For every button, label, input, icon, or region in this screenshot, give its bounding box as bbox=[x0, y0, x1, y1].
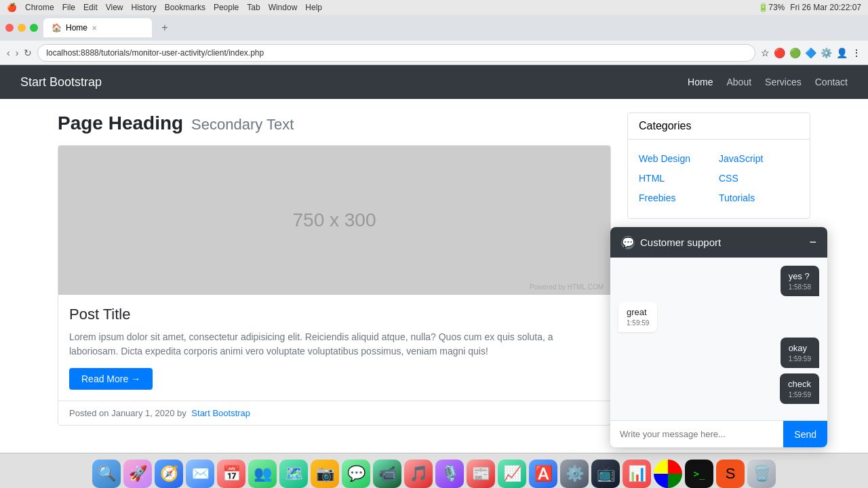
chat-minimize-button[interactable]: − bbox=[809, 235, 816, 249]
maximize-button[interactable] bbox=[30, 24, 38, 32]
main-column: Page Heading Secondary Text 750 x 300 Po… bbox=[58, 113, 611, 439]
chat-messages: yes ? 1:58:58 great 1:59:59 okay 1:59:59… bbox=[610, 258, 827, 420]
dock-news[interactable]: 📰 bbox=[467, 460, 495, 488]
chrome-titlebar: 🏠 Home ✕ + bbox=[0, 15, 868, 41]
minimize-button[interactable] bbox=[18, 24, 26, 32]
read-more-button[interactable]: Read More → bbox=[69, 368, 153, 390]
extension-icon-3[interactable]: 🔷 bbox=[805, 47, 816, 58]
category-html[interactable]: HTML bbox=[639, 170, 719, 187]
categories-widget-body: Web Design JavaScript HTML CSS Freebies … bbox=[628, 140, 810, 218]
tab-close-button[interactable]: ✕ bbox=[92, 24, 97, 32]
chat-header-left: 💬 Customer support bbox=[621, 236, 721, 249]
categories-widget-title: Categories bbox=[628, 113, 810, 140]
msg-text-3: check bbox=[788, 379, 811, 389]
traffic-lights bbox=[5, 24, 38, 32]
post-title: Post Title bbox=[69, 306, 599, 323]
site-brand[interactable]: Start Bootstrap bbox=[20, 75, 102, 89]
battery-icon: 🔋73% bbox=[758, 3, 785, 12]
dock-maps[interactable]: 🗺️ bbox=[279, 460, 308, 488]
mac-menubar-left: 🍎 Chrome File Edit View History Bookmark… bbox=[7, 3, 322, 12]
extension-icon-1[interactable]: 🔴 bbox=[774, 47, 785, 58]
reload-button[interactable]: ↻ bbox=[24, 47, 32, 58]
dock-activity[interactable]: 📊 bbox=[623, 460, 651, 488]
post-date-text: Posted on January 1, 2020 by bbox=[69, 408, 186, 418]
address-bar: ‹ › ↻ localhost:8888/tutorials/monitor-u… bbox=[0, 41, 868, 65]
msg-text-2: okay bbox=[789, 343, 807, 353]
bookmarks-menu[interactable]: Bookmarks bbox=[165, 3, 205, 12]
dock-trash[interactable]: 🗑️ bbox=[747, 460, 776, 488]
msg-time-1: 1:59:59 bbox=[627, 319, 649, 327]
chat-message-3: check 1:59:59 bbox=[780, 373, 819, 404]
nav-home[interactable]: Home bbox=[688, 77, 713, 87]
category-grid: Web Design JavaScript HTML CSS Freebies … bbox=[639, 150, 799, 207]
dock-chrome[interactable] bbox=[654, 460, 682, 488]
dock-sublime[interactable]: S bbox=[716, 460, 745, 488]
post-author-link[interactable]: Start Bootstrap bbox=[191, 408, 250, 418]
dock-photos[interactable]: 📷 bbox=[311, 460, 339, 488]
nav-contact[interactable]: Contact bbox=[815, 77, 848, 87]
dock-facetime[interactable]: 📹 bbox=[373, 460, 401, 488]
msg-text-1: great bbox=[627, 307, 647, 317]
dock-contacts[interactable]: 👥 bbox=[248, 460, 277, 488]
help-menu[interactable]: Help bbox=[305, 3, 322, 12]
dock-music[interactable]: 🎵 bbox=[404, 460, 433, 488]
categories-widget: Categories Web Design JavaScript HTML CS… bbox=[627, 113, 810, 219]
chrome-menu[interactable]: Chrome bbox=[25, 3, 54, 12]
browser-tab[interactable]: 🏠 Home ✕ bbox=[43, 18, 152, 37]
chat-send-button[interactable]: Send bbox=[783, 421, 827, 447]
category-css[interactable]: CSS bbox=[719, 170, 799, 187]
extension-icon-2[interactable]: 🟢 bbox=[789, 47, 801, 58]
mac-menubar-right: 🔋73% Fri 26 Mar 20:22:07 bbox=[758, 3, 861, 12]
chat-title: Customer support bbox=[640, 237, 721, 248]
post-footer: Posted on January 1, 2020 by Start Boots… bbox=[58, 401, 610, 425]
dock-calendar[interactable]: 📅 bbox=[217, 460, 245, 488]
back-button[interactable]: ‹ bbox=[7, 47, 10, 58]
extension-icon-5[interactable]: 👤 bbox=[836, 47, 848, 58]
extension-icon-4[interactable]: ⚙️ bbox=[821, 47, 832, 58]
site-nav: Home About Services Contact bbox=[688, 77, 848, 87]
close-button[interactable] bbox=[5, 24, 14, 32]
page-heading-area: Page Heading Secondary Text bbox=[58, 113, 611, 134]
forward-button[interactable]: › bbox=[16, 47, 19, 58]
nav-about[interactable]: About bbox=[726, 77, 751, 87]
clock: Fri 26 Mar 20:22:07 bbox=[790, 3, 861, 12]
bookmark-icon[interactable]: ☆ bbox=[761, 47, 770, 58]
category-tutorials[interactable]: Tutorials bbox=[719, 190, 799, 207]
page-heading-secondary: Secondary Text bbox=[191, 116, 294, 133]
post-image: 750 x 300 Powered by HTML.COM bbox=[58, 146, 610, 295]
tab-menu[interactable]: Tab bbox=[247, 3, 260, 12]
category-freebies[interactable]: Freebies bbox=[639, 190, 719, 207]
dock-podcasts[interactable]: 🎙️ bbox=[435, 460, 464, 488]
apple-icon[interactable]: 🍎 bbox=[7, 3, 17, 12]
new-tab-button[interactable]: + bbox=[156, 19, 174, 37]
mac-dock: 🔍 🚀 🧭 ✉️ 📅 👥 🗺️ 📷 💬 📹 🎵 🎙️ 📰 📈 🅰️ ⚙️ 📺 📊… bbox=[0, 453, 868, 488]
post-body: Post Title Lorem ipsum dolor sit amet, c… bbox=[58, 295, 610, 401]
category-javascript[interactable]: JavaScript bbox=[719, 150, 799, 167]
view-menu[interactable]: View bbox=[106, 3, 123, 12]
chat-header: 💬 Customer support − bbox=[610, 227, 827, 258]
msg-time-0: 1:58:58 bbox=[789, 283, 811, 291]
category-web-design[interactable]: Web Design bbox=[639, 150, 719, 167]
chat-input[interactable] bbox=[610, 421, 783, 447]
dock-terminal[interactable]: >_ bbox=[685, 460, 713, 488]
edit-menu[interactable]: Edit bbox=[83, 3, 98, 12]
dock-tv[interactable]: 📺 bbox=[591, 460, 620, 488]
menu-icon[interactable]: ⋮ bbox=[852, 47, 861, 58]
nav-services[interactable]: Services bbox=[765, 77, 802, 87]
tab-favicon: 🏠 bbox=[52, 23, 62, 33]
window-menu[interactable]: Window bbox=[269, 3, 298, 12]
dock-launchpad[interactable]: 🚀 bbox=[123, 460, 152, 488]
dock-safari[interactable]: 🧭 bbox=[155, 460, 183, 488]
people-menu[interactable]: People bbox=[214, 3, 239, 12]
dock-appstore[interactable]: 🅰️ bbox=[529, 460, 557, 488]
history-menu[interactable]: History bbox=[132, 3, 157, 12]
image-dimensions: 750 x 300 bbox=[293, 209, 376, 231]
file-menu[interactable]: File bbox=[62, 3, 75, 12]
dock-messages[interactable]: 💬 bbox=[342, 460, 370, 488]
dock-finder[interactable]: 🔍 bbox=[92, 460, 121, 488]
dock-settings[interactable]: ⚙️ bbox=[560, 460, 589, 488]
dock-stocks[interactable]: 📈 bbox=[498, 460, 526, 488]
url-input[interactable]: localhost:8888/tutorials/monitor-user-ac… bbox=[37, 44, 755, 62]
site-navbar: Start Bootstrap Home About Services Cont… bbox=[0, 65, 868, 99]
dock-mail[interactable]: ✉️ bbox=[186, 460, 214, 488]
